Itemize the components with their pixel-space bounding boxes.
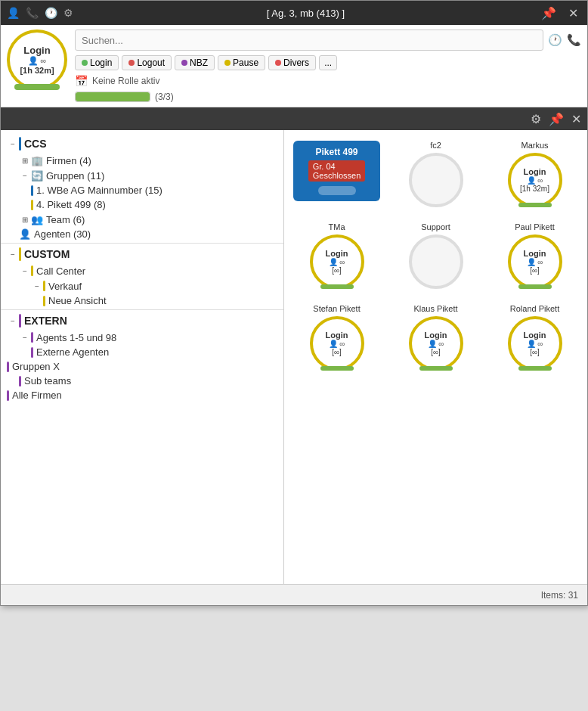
callcenter-label: Call Center bbox=[36, 265, 85, 277]
support-avatar bbox=[409, 234, 463, 289]
gear-small-icon: ⚙ bbox=[63, 7, 73, 19]
ccs-section: − CCS ⊞ 🏢 Firmen (4) − 🔄 Gruppen (11) 1 bbox=[1, 135, 283, 241]
agent-roland-card[interactable]: Roland Pikett Login 👤 ∞ [∞] bbox=[488, 300, 581, 375]
verkauf-toggle[interactable]: − bbox=[31, 280, 43, 292]
callcenter-toggle[interactable]: − bbox=[19, 265, 31, 277]
left-panel: − CCS ⊞ 🏢 Firmen (4) − 🔄 Gruppen (11) 1 bbox=[1, 130, 284, 584]
search-clock-button[interactable]: 🕐 bbox=[548, 33, 562, 47]
alle-firmen-item[interactable]: Alle Firmen bbox=[1, 388, 283, 402]
custom-section-header[interactable]: − CUSTOM bbox=[1, 245, 283, 263]
agent-support-card[interactable]: Support bbox=[389, 218, 482, 293]
alle-firmen-bar bbox=[7, 390, 9, 401]
nbz-status-button[interactable]: NBZ bbox=[175, 55, 215, 70]
status-bar: Items: 31 bbox=[1, 584, 587, 605]
externe-agenten-item[interactable]: Externe Agenten bbox=[25, 345, 283, 359]
login-btn-label: Login bbox=[90, 57, 112, 68]
role-row: 📅 Keine Rolle aktiv bbox=[75, 75, 581, 87]
custom-section: − CUSTOM − Call Center − Verkauf Neue A bbox=[1, 245, 283, 308]
markus-time: [1h 32m] bbox=[520, 185, 549, 193]
divider-1 bbox=[1, 243, 283, 244]
nbz-btn-label: NBZ bbox=[190, 57, 208, 68]
agent-paul-card[interactable]: Paul Pikett Login 👤 ∞ [∞] bbox=[488, 218, 581, 293]
toolbar-close-button[interactable]: ✕ bbox=[571, 112, 581, 126]
login-status-button[interactable]: Login bbox=[75, 55, 119, 70]
divider-2 bbox=[1, 309, 283, 310]
markus-status: Login bbox=[524, 167, 546, 176]
extern-bar bbox=[19, 314, 21, 328]
search-input[interactable] bbox=[75, 29, 543, 51]
neue-ansicht-bar bbox=[43, 296, 45, 306]
custom-toggle[interactable]: − bbox=[7, 248, 19, 260]
agenten-item[interactable]: 👤 Agenten (30) bbox=[13, 227, 283, 241]
right-panel: Pikett 499 Gr. 04Geschlossen fc2 Markus … bbox=[284, 130, 587, 584]
sub-teams-item[interactable]: Sub teams bbox=[13, 374, 283, 388]
agents-1-5-item[interactable]: − Agents 1-5 und 98 bbox=[13, 330, 283, 345]
gruppen-item[interactable]: − 🔄 Gruppen (11) bbox=[13, 168, 283, 183]
gruppen-x-label: Gruppen X bbox=[12, 361, 60, 372]
wbe-item[interactable]: 1. WBe AG Mainnumber (15) bbox=[25, 183, 283, 197]
verkauf-item[interactable]: − Verkauf bbox=[25, 278, 283, 293]
neue-ansicht-label: Neue Ansicht bbox=[48, 295, 107, 306]
paul-icons: 👤 ∞ bbox=[527, 258, 543, 266]
close-button[interactable]: ✕ bbox=[565, 5, 581, 22]
nbz-dot bbox=[181, 60, 187, 66]
extern-section-header[interactable]: − EXTERN bbox=[1, 312, 283, 330]
team-toggle[interactable]: ⊞ bbox=[19, 213, 31, 225]
role-label: Keine Rolle aktiv bbox=[92, 76, 159, 86]
custom-bar bbox=[19, 247, 21, 261]
agenten-label: Agenten (30) bbox=[34, 228, 91, 240]
agent-tma-card[interactable]: TMa Login 👤 ∞ [∞] bbox=[290, 218, 383, 293]
agent-pikett499-card[interactable]: Pikett 499 Gr. 04Geschlossen bbox=[290, 136, 383, 212]
tma-icons: 👤 ∞ bbox=[329, 258, 345, 266]
agents-1-5-toggle[interactable]: − bbox=[19, 331, 31, 343]
clock-icon: 🕐 bbox=[45, 7, 57, 19]
agent-stefan-card[interactable]: Stefan Pikett Login 👤 ∞ [∞] bbox=[290, 300, 383, 375]
gruppen-toggle[interactable]: − bbox=[19, 169, 31, 182]
search-phone-button[interactable]: 📞 bbox=[567, 33, 581, 47]
tma-name: TMa bbox=[329, 222, 345, 231]
pikett499-item[interactable]: 4. Pikett 499 (8) bbox=[25, 197, 283, 212]
toolbar-gear-button[interactable]: ⚙ bbox=[531, 112, 541, 126]
divers-status-button[interactable]: Divers bbox=[268, 55, 316, 70]
klaus-status: Login bbox=[425, 331, 447, 340]
extern-toggle[interactable]: − bbox=[7, 315, 19, 327]
tma-avatar: Login 👤 ∞ [∞] bbox=[310, 234, 364, 289]
agent-markus-card[interactable]: Markus Login 👤 ∞ [1h 32m] bbox=[488, 136, 581, 212]
roland-time: [∞] bbox=[530, 348, 540, 356]
markus-avatar: Login 👤 ∞ [1h 32m] bbox=[508, 153, 562, 207]
agenten-icon: 👤 bbox=[19, 228, 31, 240]
verkauf-label: Verkauf bbox=[48, 281, 82, 292]
verkauf-bar bbox=[43, 281, 45, 291]
team-item[interactable]: ⊞ 👥 Team (6) bbox=[13, 212, 283, 227]
ccs-toggle[interactable]: − bbox=[7, 138, 19, 150]
stefan-time: [∞] bbox=[332, 348, 342, 356]
alle-firmen-label: Alle Firmen bbox=[12, 390, 62, 401]
progress-label: (3/3) bbox=[155, 92, 174, 102]
gruppen-x-item[interactable]: Gruppen X bbox=[1, 359, 283, 374]
toolbar-pin-button[interactable]: 📌 bbox=[549, 112, 564, 126]
agents-1-5-bar bbox=[31, 332, 33, 343]
top-right-panel: 🕐 📞 Login Logout NBZ Pause bbox=[75, 29, 581, 102]
firmen-toggle[interactable]: ⊞ bbox=[19, 154, 31, 166]
pikett499-avatar-bar bbox=[318, 186, 356, 195]
roland-avatar: Login 👤 ∞ [∞] bbox=[508, 316, 562, 371]
ccs-section-header[interactable]: − CCS bbox=[1, 135, 283, 153]
ccs-bar bbox=[19, 137, 21, 151]
window-title: [ Ag. 3, mb (413) ] bbox=[267, 8, 345, 19]
neue-ansicht-item[interactable]: Neue Ansicht bbox=[37, 293, 283, 308]
second-toolbar: ⚙ 📌 ✕ bbox=[1, 107, 587, 130]
firmen-icon: 🏢 bbox=[31, 155, 43, 166]
agent-klaus-card[interactable]: Klaus Pikett Login 👤 ∞ [∞] bbox=[389, 300, 482, 375]
callcenter-item[interactable]: − Call Center bbox=[13, 263, 283, 278]
gruppen-label: Gruppen (11) bbox=[46, 170, 104, 182]
more-button[interactable]: ... bbox=[319, 55, 337, 70]
pause-status-button[interactable]: Pause bbox=[218, 55, 265, 70]
team-icon: 👥 bbox=[31, 214, 43, 225]
agent-grid: Pikett 499 Gr. 04Geschlossen fc2 Markus … bbox=[290, 136, 581, 375]
pin-button[interactable]: 📌 bbox=[538, 5, 559, 22]
logout-status-button[interactable]: Logout bbox=[122, 55, 172, 70]
firmen-item[interactable]: ⊞ 🏢 Firmen (4) bbox=[13, 153, 283, 168]
pikett499-card-title: Pikett 499 bbox=[315, 147, 357, 157]
agent-fc2-card[interactable]: fc2 bbox=[389, 136, 482, 212]
login-circle-icons: 👤 ∞ bbox=[28, 56, 47, 66]
